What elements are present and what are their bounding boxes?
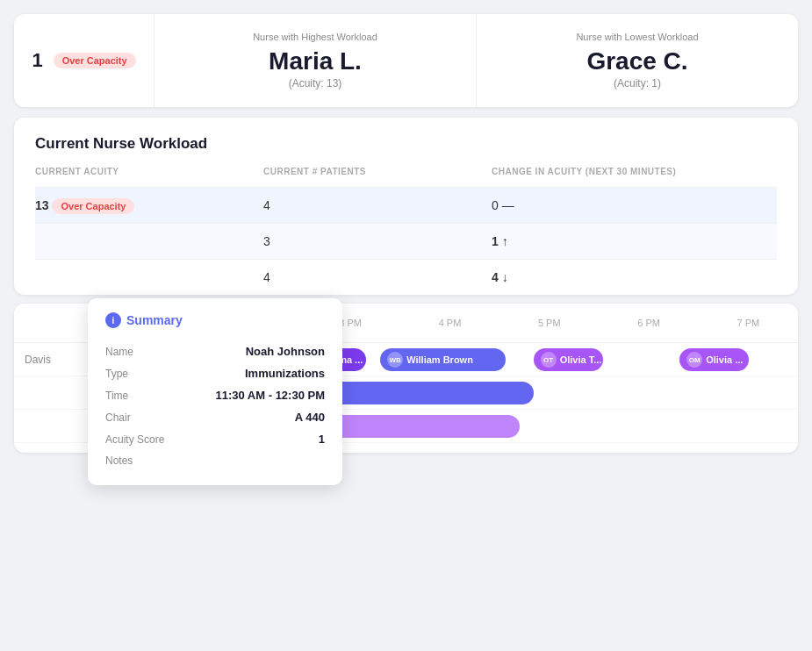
stat-card-overcapacity: 1 Over Capacity [14, 14, 154, 107]
workload-row: 31 ↑ [35, 224, 777, 260]
cell-patients: 4 [263, 260, 492, 296]
lowest-name: Grace C. [586, 47, 687, 75]
col-header-patients: CURRENT # PATIENTS [263, 167, 492, 188]
summary-field-value: Noah Johnson [246, 345, 325, 358]
over-capacity-badge: Over Capacity [52, 198, 134, 214]
lowest-label: Nurse with Lowest Workload [576, 32, 698, 42]
main-container: 1 Over Capacity Nurse with Highest Workl… [0, 0, 812, 651]
summary-row: Acuity Score1 [105, 428, 325, 450]
summary-field-key: Chair [105, 411, 131, 424]
workload-row: 44 ↓ [35, 260, 777, 296]
stat-card-highest: Nurse with Highest Workload Maria L. (Ac… [154, 14, 477, 107]
summary-row: NameNoah Johnson [105, 340, 325, 362]
highest-name: Maria L. [269, 47, 362, 75]
summary-fields: NameNoah JohnsonTypeImmunizationsTime11:… [105, 340, 325, 471]
appt-name: William Brown [406, 354, 473, 365]
time-slot: 7 PM [699, 311, 798, 335]
cell-acuity: 13 Over Capacity [35, 188, 263, 224]
summary-field-key: Notes [105, 454, 133, 467]
highest-label: Nurse with Highest Workload [253, 32, 377, 42]
col-header-acuity: CURRENT ACUITY [35, 167, 263, 188]
summary-field-key: Acuity Score [105, 433, 164, 446]
overcapacity-count: 1 [32, 49, 42, 72]
cell-patients: 3 [263, 224, 492, 260]
appt-name: Olivia ... [706, 354, 743, 365]
appt-name: Olivia T... [560, 354, 602, 365]
summary-title: Summary [126, 313, 183, 327]
stats-row: 1 Over Capacity Nurse with Highest Workl… [14, 14, 798, 107]
summary-field-key: Name [105, 346, 133, 358]
summary-row: ChairA 440 [105, 406, 325, 428]
summary-row: Notes [105, 450, 325, 471]
summary-field-value: 1 [319, 433, 325, 446]
appt-bar-wb[interactable]: WBWilliam Brown [380, 348, 506, 371]
appt-avatar: OT [541, 352, 557, 368]
summary-field-value: 11:30 AM - 12:30 PM [215, 389, 325, 402]
cell-patients: 4 [263, 188, 492, 224]
col-header-change: CHANGE IN ACUITY (NEXT 30 MINUTES) [492, 167, 777, 188]
workload-section: Current Nurse Workload CURRENT ACUITY CU… [14, 118, 798, 295]
summary-field-value: Immunizations [245, 367, 325, 380]
cell-change: 0 — [492, 188, 777, 224]
time-slot: 4 PM [400, 311, 499, 335]
time-slot: 6 PM [599, 311, 698, 335]
workload-row: 13 Over Capacity40 — [35, 188, 777, 224]
cell-acuity [35, 260, 263, 296]
summary-field-value: A 440 [295, 411, 325, 424]
lowest-acuity: (Acuity: 1) [614, 77, 661, 89]
workload-table: CURRENT ACUITY CURRENT # PATIENTS CHANGE… [35, 167, 777, 295]
time-slot: 5 PM [499, 311, 599, 335]
stat-card-lowest: Nurse with Lowest Workload Grace C. (Acu… [477, 14, 798, 107]
workload-title: Current Nurse Workload [35, 135, 777, 153]
cell-change: 4 ↓ [492, 260, 777, 296]
summary-field-key: Time [105, 390, 128, 402]
appt-avatar: OM [686, 352, 702, 368]
summary-icon: i [105, 312, 121, 328]
appt-bar-om[interactable]: OMOlivia ... [679, 348, 749, 371]
summary-field-key: Type [105, 368, 128, 380]
cell-change: 1 ↑ [492, 224, 777, 260]
appt-bar-ot[interactable]: OTOlivia T... [534, 348, 603, 371]
summary-header: i Summary [105, 312, 325, 328]
summary-popup: i Summary NameNoah JohnsonTypeImmunizati… [88, 298, 342, 485]
highest-acuity: (Acuity: 13) [289, 77, 342, 89]
overcapacity-badge: Over Capacity [54, 53, 136, 68]
summary-row: Time11:30 AM - 12:30 PM [105, 384, 325, 406]
appt-avatar: WB [387, 352, 403, 368]
cell-acuity [35, 224, 263, 260]
summary-row: TypeImmunizations [105, 362, 325, 384]
